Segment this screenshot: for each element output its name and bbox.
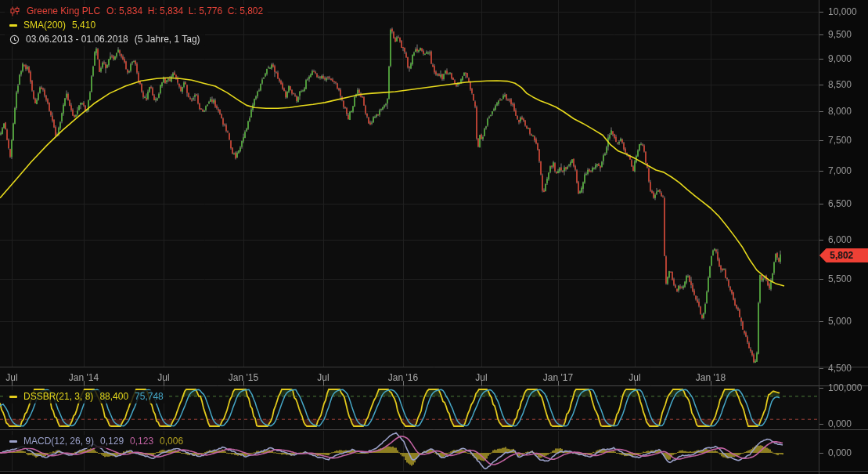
price-axis-label: 7,500 (828, 135, 852, 146)
price-axis-label: 9,500 (828, 29, 852, 40)
sma-label: SMA(200) (23, 20, 66, 31)
time-axis-label: Jan '17 (543, 372, 573, 383)
time-axis-label: Jul (5, 372, 17, 383)
symbol-legend-row[interactable]: Greene King PLC O: 5,834 H: 5,834 L: 5,7… (5, 5, 268, 18)
price-axis-label: 9,000 (828, 53, 852, 64)
candlestick-series-icon (9, 6, 20, 16)
price-axis[interactable]: 10,0009,5009,0008,5008,0007,5007,0006,50… (819, 0, 868, 474)
time-axis-label: Jul (475, 372, 487, 383)
symbol-name: Greene King PLC (27, 5, 100, 17)
clock-icon (9, 34, 20, 45)
time-axis-label: Jan '15 (229, 372, 258, 383)
dssbr-label: DSSBR(21, 3, 8) (23, 391, 93, 403)
time-axis[interactable]: JulJan '14JulJan '15JulJan '16JulJan '17… (0, 367, 819, 385)
last-price-value: 5,802 (830, 250, 853, 261)
chart-application-window: Greene King PLC O: 5,834 H: 5,834 L: 5,7… (0, 0, 868, 474)
dssbr-legend-row[interactable]: DSSBR(21, 3, 8) 88,400 75,748 (5, 390, 168, 403)
macd-line-icon (9, 440, 17, 443)
macd-axis-label: 0,000 (828, 447, 852, 458)
sma-line-icon (9, 24, 17, 27)
price-axis-label: 8,000 (828, 106, 852, 117)
price-axis-label: 6,500 (828, 198, 852, 209)
price-axis-label: 10,000 (828, 6, 857, 17)
macd-hist-value: 0,006 (160, 436, 183, 447)
date-range-legend-row[interactable]: 03.06.2013 - 01.06.2018 (5 Jahre, 1 Tag) (5, 33, 205, 46)
sma-legend-row[interactable]: SMA(200) 5,410 (5, 19, 100, 32)
time-axis-label: Jan '14 (69, 372, 99, 383)
macd-signal-value: 0,123 (130, 436, 153, 447)
price-axis-label: 8,500 (828, 79, 852, 90)
macd-value: 0,129 (100, 436, 124, 447)
period-text: (5 Jahre, 1 Tag) (135, 34, 200, 45)
macd-label: MACD(12, 26, 9) (23, 436, 94, 447)
time-axis-label: Jul (628, 372, 640, 383)
dssbr-axis-label: 100,000 (828, 382, 862, 393)
time-axis-label: Jul (157, 372, 169, 383)
dssbr-k-value: 88,400 (99, 391, 128, 403)
price-axis-label: 6,000 (828, 234, 852, 245)
time-axis-label: Jan '16 (388, 372, 418, 383)
price-axis-label: 4,500 (828, 363, 852, 374)
last-price-badge: 5,802 (819, 248, 868, 262)
date-range-text: 03.06.2013 - 01.06.2018 (26, 34, 128, 45)
dssbr-axis-label: 0,000 (828, 418, 852, 429)
time-axis-label: Jul (317, 372, 329, 383)
dssbr-d-value: 75,748 (135, 391, 164, 403)
dssbr-line-icon (9, 396, 17, 398)
macd-legend-row[interactable]: MACD(12, 26, 9) 0,129 0,123 0,006 (5, 435, 188, 448)
price-axis-label: 5,000 (828, 316, 852, 327)
time-axis-label: Jan '18 (696, 372, 726, 383)
sma-value: 5,410 (72, 20, 95, 31)
price-axis-label: 5,500 (828, 273, 852, 284)
price-axis-label: 7,000 (828, 165, 852, 176)
ohlc-values: O: 5,834 H: 5,834 L: 5,776 C: 5,802 (106, 5, 263, 17)
